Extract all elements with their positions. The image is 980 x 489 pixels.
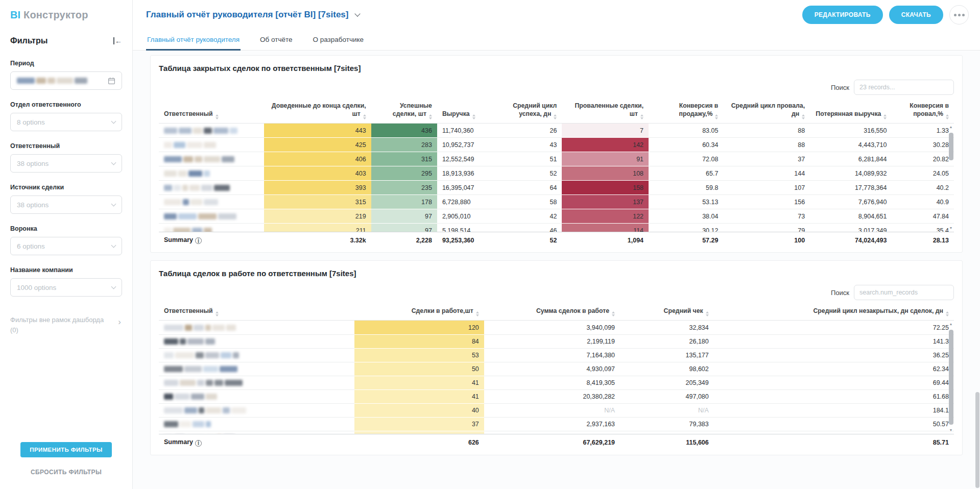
reset-filters-button[interactable]: СБРОСИТЬ ФИЛЬТРЫ [31,469,102,476]
summary-value: 626 [354,434,484,451]
tab-about-report[interactable]: Об отчёте [259,30,293,50]
select-value: 6 options [17,242,45,250]
table-cell: 35.4 [892,224,954,232]
sort-icon[interactable] [476,311,479,316]
sort-icon[interactable] [883,114,887,119]
tab-about-developer[interactable]: О разработчике [312,30,365,50]
column-header[interactable]: Конверсия в провал,% [892,100,954,123]
sort-icon[interactable] [472,114,475,119]
calendar-icon[interactable] [108,77,115,85]
filter-label: Период [10,60,122,67]
download-button[interactable]: СКАЧАТЬ [889,6,943,24]
chevron-right-icon: › [118,315,121,329]
redacted-text [17,78,87,84]
table-cell: 156 [723,195,810,209]
apply-filters-button[interactable]: ПРИМЕНИТЬ ФИЛЬТРЫ [20,442,112,457]
redacted-name [159,376,354,389]
sort-icon[interactable] [554,114,557,119]
table-cell: 24.05 [892,166,954,181]
column-header[interactable]: Средний цикл успеха, дн [499,100,562,123]
redacted-name [159,152,264,166]
funnel-select[interactable]: 6 options [10,237,122,255]
table-row: 211975,198,5144611430.12793,017,34935.4 [159,224,954,232]
external-filters-link[interactable]: Фильтры вне рамок дашборда (0) › [10,315,122,335]
sort-icon[interactable] [640,114,643,119]
summary-value: 52 [499,232,562,248]
company-name-select[interactable]: 1000 options [10,278,122,297]
column-header[interactable]: Ответственный [159,100,264,123]
deal-source-select[interactable]: 38 options [10,195,122,214]
collapse-sidebar-icon[interactable]: ← [113,37,122,44]
scroll-up-icon[interactable]: ▲ [949,125,953,130]
sort-icon[interactable] [216,114,219,119]
redacted-text [164,338,349,345]
table-cell [484,431,620,434]
table-cell: 72.25 [714,321,954,334]
title-dropdown-icon[interactable] [355,11,361,16]
redacted-name [159,181,264,195]
table-cell: 16,395,047 [437,181,499,195]
page-scrollbar-thumb[interactable] [975,392,979,488]
table-scrollbar[interactable]: ▲▼ [948,322,954,433]
summary-value: 93,253,360 [437,232,499,248]
column-header[interactable]: Доведенные до конца сделки, шт [264,100,371,123]
sort-icon[interactable] [429,114,432,119]
table-cell: 72.08 [649,152,723,166]
dashboard-content: Таблица закрытых сделок по ответственным… [133,51,980,489]
redacted-text [164,213,259,219]
summary-label: Summaryi [159,232,264,248]
scroll-thumb[interactable] [949,330,953,425]
table-cell [354,431,484,434]
table-cell: 7 [562,124,649,138]
scroll-thumb[interactable] [949,133,953,160]
sort-icon[interactable] [363,114,366,119]
tab-main-report[interactable]: Главный отчёт руководителя [146,30,241,50]
redacted-name [159,138,264,152]
sort-icon[interactable] [802,114,805,119]
period-date-input[interactable] [10,71,122,90]
scroll-down-icon[interactable]: ▼ [949,226,953,231]
column-header[interactable]: Успешные сделки, шт [371,100,437,123]
sort-icon[interactable] [946,311,949,316]
table-cell: 37 [723,152,810,166]
redacted-name [159,389,354,403]
deals-in-progress-search-input[interactable] [854,285,954,300]
column-header[interactable]: Средний цикл провала, дн [723,100,810,123]
scroll-up-icon[interactable]: ▲ [949,322,953,327]
table-cell: 5,198,514 [437,224,499,232]
table-cell: 65.7 [649,166,723,181]
column-header[interactable]: Конверсия в продажу,% [649,100,723,123]
table-scrollbar[interactable]: ▲▼ [948,125,954,231]
page-title: Главный отчёт руководителя [отчёт BI] [7… [146,10,348,20]
table-row: 40631512,552,549519172.08376,281,84420.8… [159,152,954,166]
more-menu-button[interactable] [949,5,969,25]
summary-value: 74,024,493 [810,232,892,248]
info-icon[interactable]: i [195,440,202,447]
chevron-down-icon [111,119,116,124]
column-header[interactable]: Ответственный [159,305,354,320]
table-cell: 20,380,282 [484,389,620,403]
column-header[interactable]: Выручка [437,100,499,123]
closed-deals-card: Таблица закрытых сделок по ответственным… [150,55,963,253]
edit-button[interactable]: РЕДАКТИРОВАТЬ [802,6,883,24]
info-icon[interactable]: i [195,237,202,244]
scroll-down-icon[interactable]: ▼ [949,428,953,433]
sort-icon[interactable] [706,311,709,316]
column-header[interactable]: Средний чек [620,305,714,320]
table-row: 504,930,09798,60262.34 [159,362,954,376]
department-select[interactable]: 8 options [10,113,122,131]
sort-icon[interactable] [946,114,949,119]
responsible-select[interactable]: 38 options [10,154,122,173]
column-header[interactable]: Проваленные сделки, шт [562,100,649,123]
sort-icon[interactable] [715,114,718,119]
column-header[interactable]: Сделки в работе,шт [354,305,484,320]
sort-icon[interactable] [216,311,219,316]
column-header[interactable]: Сумма сделок в работе [484,305,620,320]
column-header[interactable]: Потерянная выручка [810,100,892,123]
column-header[interactable]: Средний цикл незакрытых, дн сделок, дн [714,305,954,320]
table-cell: 393 [264,181,371,195]
table-cell: 60.34 [649,138,723,152]
closed-deals-search-input[interactable] [854,80,954,95]
sort-icon[interactable] [612,311,615,316]
table-cell: 120 [354,321,484,334]
